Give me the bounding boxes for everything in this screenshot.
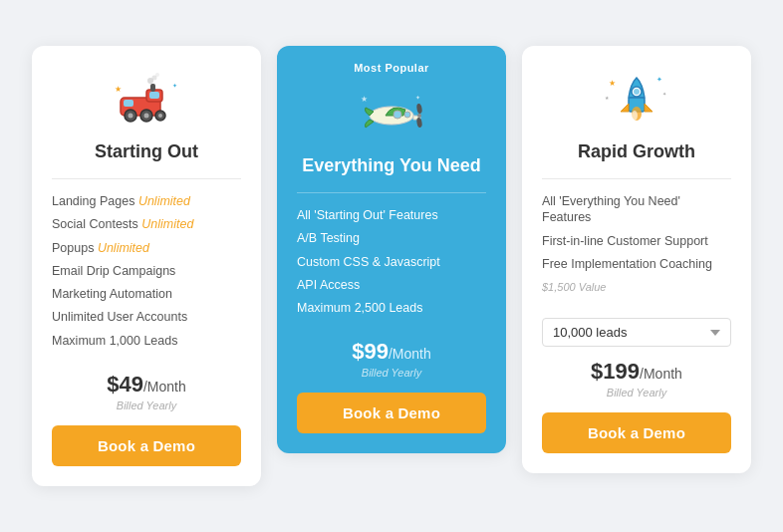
- billed-yearly: Billed Yearly: [107, 399, 186, 411]
- svg-rect-4: [150, 84, 155, 92]
- most-popular-badge: Most Popular: [354, 62, 429, 74]
- book-demo-button-starting-out[interactable]: Book a Demo: [52, 425, 241, 466]
- svg-text:✦: ✦: [415, 95, 420, 101]
- svg-text:✦: ✦: [172, 83, 177, 89]
- svg-point-19: [417, 114, 421, 118]
- everything-price: $99/Month Billed Yearly: [352, 339, 431, 379]
- rocket-icon: ★ ✦ ✦ ★: [601, 70, 672, 130]
- starting-out-price: $49/Month Billed Yearly: [107, 372, 186, 411]
- svg-text:✦: ✦: [662, 91, 666, 97]
- feature-social-contests: Social Contests Unlimited: [52, 216, 241, 232]
- svg-text:★: ★: [605, 95, 610, 101]
- book-demo-button-everything[interactable]: Book a Demo: [297, 393, 486, 433]
- feature-max-leads: Maximum 1,000 Leads: [52, 333, 241, 349]
- card-starting-out-title: Starting Out: [95, 141, 198, 162]
- svg-text:★: ★: [361, 95, 368, 104]
- svg-rect-2: [149, 92, 159, 99]
- feature-email-drip: Email Drip Campaigns: [52, 263, 241, 279]
- svg-point-9: [129, 114, 133, 119]
- feature-coaching: Free Implementation Coaching: [542, 256, 731, 272]
- feature-landing-pages: Landing Pages Unlimited: [52, 193, 241, 209]
- rapid-growth-price: $199/Month Billed Yearly: [591, 359, 682, 399]
- svg-point-28: [632, 111, 638, 121]
- feature-all-everything: All 'Everything You Need' Features: [542, 193, 731, 226]
- svg-text:★: ★: [115, 85, 122, 94]
- feature-max-leads-2500: Maximum 2,500 Leads: [297, 300, 486, 316]
- feature-popups: Popups Unlimited: [52, 240, 241, 256]
- pricing-cards-container: ★ ✦ Starting Out Landing Pages Unlimited…: [8, 22, 775, 510]
- card-everything-title: Everything You Need: [302, 155, 480, 176]
- svg-point-13: [158, 114, 162, 118]
- price-amount: $199/Month: [591, 359, 682, 385]
- svg-point-7: [155, 73, 159, 77]
- book-demo-button-rapid-growth[interactable]: Book a Demo: [542, 412, 731, 453]
- svg-text:★: ★: [609, 79, 616, 88]
- svg-point-25: [634, 89, 640, 95]
- svg-point-17: [393, 111, 401, 119]
- billed-yearly: Billed Yearly: [352, 367, 431, 379]
- feature-custom-css: Custom CSS & Javascript: [297, 254, 486, 270]
- feature-customer-support: First-in-line Customer Support: [542, 233, 731, 249]
- feature-marketing-automation: Marketing Automation: [52, 286, 241, 302]
- price-amount: $99/Month: [352, 339, 431, 365]
- feature-user-accounts: Unlimited User Accounts: [52, 309, 241, 325]
- plane-icon: ★ ✦: [356, 84, 427, 143]
- rapid-growth-features: All 'Everything You Need' Features First…: [542, 193, 731, 302]
- svg-point-18: [404, 112, 410, 118]
- starting-out-features: Landing Pages Unlimited Social Contests …: [52, 193, 241, 356]
- feature-ab-testing: A/B Testing: [297, 230, 486, 246]
- feature-all-starting: All 'Starting Out' Features: [297, 207, 486, 223]
- card-rapid-growth-title: Rapid Growth: [578, 141, 695, 162]
- feature-value-note: $1,500 Value: [542, 279, 731, 295]
- everything-features: All 'Starting Out' Features A/B Testing …: [297, 207, 486, 323]
- svg-rect-3: [124, 100, 133, 107]
- svg-text:✦: ✦: [656, 76, 662, 83]
- billed-yearly: Billed Yearly: [591, 387, 682, 399]
- svg-point-11: [144, 114, 149, 119]
- card-everything-you-need: Most Popular ★ ✦: [277, 46, 506, 453]
- feature-api-access: API Access: [297, 277, 486, 293]
- svg-point-20: [416, 104, 423, 115]
- leads-dropdown[interactable]: 10,000 leads 25,000 leads 50,000 leads: [542, 318, 731, 347]
- card-rapid-growth: ★ ✦ ✦ ★ Rapid Growth All 'Everything You…: [522, 46, 751, 473]
- price-amount: $49/Month: [107, 372, 186, 398]
- train-icon: ★ ✦: [111, 70, 182, 130]
- card-starting-out: ★ ✦ Starting Out Landing Pages Unlimited…: [32, 46, 261, 486]
